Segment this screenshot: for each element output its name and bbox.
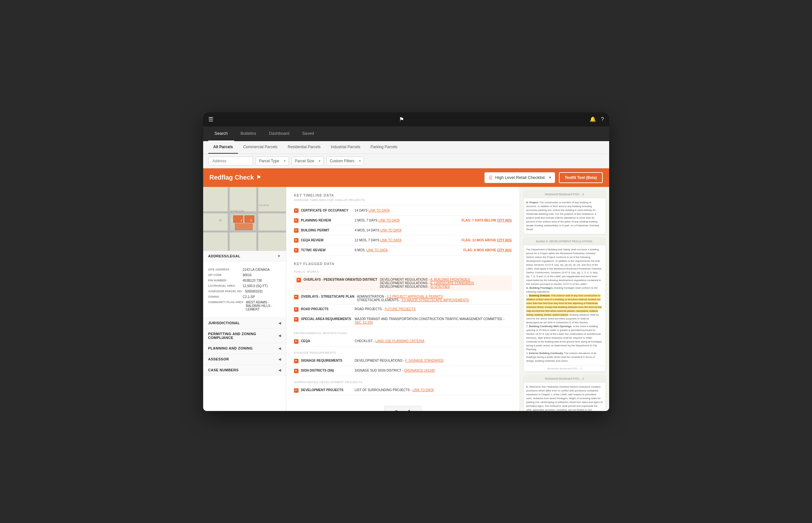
parcel-type-wrap: Parcel Type [256,157,289,165]
ceqa-city-link[interactable]: CITY AVG [497,238,512,242]
timeline-data-tctmc: 8 MOS, LINK TO DATA [355,248,461,252]
link-ordinance[interactable]: ORDINANCE 181340 [404,369,435,372]
checklist-dropdown[interactable]: ☰ High Level Retail Checklist [484,172,555,183]
link-surrounding-data[interactable]: LINK TO DATA [412,388,434,392]
link-building-frontages[interactable]: A. BUILDING FRONTAGES [430,278,470,281]
map-area: C2-2D-S 1 2 3 60 M B 65-91/95 [203,187,286,251]
link-land-use-planning[interactable]: LAND USE PLANNING CRITERIA [375,339,424,343]
flagged-section: PUBLIC WORKS ⚑ OVERLAYS - PEDESTRIAN ORI… [294,270,512,396]
timeline-row-cert: ⚑ CERTIFICATE OF OCCUPANCY 14 DAYS LINK … [294,206,512,216]
planning-city-link[interactable]: CITY AVG [497,219,512,222]
address-section-title: ADDRESS/LEGAL [208,254,241,258]
planning-link[interactable]: LINK TO DATA [379,219,400,222]
redflag-right: ☰ High Level Retail Checklist Testfit To… [484,172,603,183]
parcel-size-select[interactable]: Parcel Size [292,157,324,165]
planning-title: PLANNING AND ZONING [208,346,253,350]
bell-icon[interactable]: 🔔 [590,116,596,122]
info-row-zoning: ZONING C2-1-SP [208,295,281,299]
cert-link[interactable]: LINK TO DATA [369,209,390,212]
svg-text:3: 3 [250,219,252,221]
flagged-row-signage: ⚑ SIGNAGE REQUIREMENTS DEVELOPMENT REGUL… [294,356,512,366]
flag-sq-overlays-ped: ⚑ [297,278,301,282]
title-bar-right: 🔔 ? [590,116,604,122]
flagged-data-dev-projects: LIST OF SURROUNDING PROJECTS - LINK TO D… [355,388,512,392]
flagged-row-special-area: ⚑ SPECIAL AREA REQUIREMENTS MAJOR TRANSI… [294,314,512,327]
info-label-zip: ZIP CODE [208,273,240,276]
info-label-lot: LOT/PARCEL AREA [208,284,240,287]
testfit-button[interactable]: Testfit Tool (Beta) [559,172,603,183]
sub-tab-parking-parcels[interactable]: Parking Parcels [365,141,403,154]
timeline-data-permit: 4 MOS, 14 DAYS LINK TO DATA [355,229,512,232]
tctmc-link[interactable]: LINK TO DATA [366,248,388,252]
case-numbers-header[interactable]: CASE NUMBERS ◀ [203,365,286,376]
flag-sq-signage: ⚑ [294,359,298,363]
flag-sq-tctmc: ⚑ [294,248,298,253]
link-future-projects[interactable]: FUTURE PROJECTS [385,307,416,311]
svg-rect-7 [244,215,254,222]
planning-header[interactable]: PLANNING AND ZONING ◀ [203,343,286,354]
flag-sq-dev-projects: ⚑ [294,388,298,393]
doc-card-2-content: The Department of Building and Safety sh… [524,245,605,365]
flagged-row-ceqa-env: ⚑ CEQA CHECKLIST - LAND USE PLANNING CRI… [294,337,512,347]
info-value-community: WEST ADAMS - BALDWIN HILLS - LEIMERT [246,301,281,311]
link-project-approval[interactable]: 3.2 PROJECT APPROVAL & PERMITS [387,295,443,298]
custom-filters-wrap: Custom Filters [326,157,364,165]
save-button[interactable]: Save ⬇ [384,406,421,411]
filter-bar: Parcel Type Parcel Size Custom Filters [203,154,609,168]
nav-tab-saved[interactable]: Saved [296,126,320,141]
timeline-row-ceqa: ⚑ CEQA REVIEW 12 MOS, 7 DAYS LINK TO DAT… [294,236,512,246]
flag-sq-cert: ⚑ [294,209,298,213]
help-icon[interactable]: ? [601,116,604,122]
custom-filters-select[interactable]: Custom Filters [326,157,364,165]
nav-tab-bulletins[interactable]: Bulletins [234,126,263,141]
flagged-name-streetscape: OVERLAYS - STREETSCAPE PLAN [301,295,354,298]
link-sec-62250[interactable]: SEC. 62.250 [355,321,373,324]
flag-sq-sign-districts: ⚑ [294,369,298,373]
info-row-community: COMMUNITY PLAN AREA WEST ADAMS - BALDWIN… [208,301,281,311]
sub-tab-residential-parcels[interactable]: Residential Parcels [282,141,326,154]
ceqa-link[interactable]: LINK TO DATA [380,238,402,242]
sub-tab-all-parcels[interactable]: All Parcels [208,141,238,154]
address-input[interactable] [208,157,253,165]
doc-card-3-content: C. Whenever this Pedestrian Oriented Dis… [524,382,605,411]
nav-tab-dashboard[interactable]: Dashboard [263,126,296,141]
svg-text:60: 60 [219,219,221,221]
doc-card-2: Section 5. DEVELOPMENT REGULATIONS. The … [524,238,605,371]
assessor-header[interactable]: ASSESSOR ◀ [203,354,286,365]
center-content: KEY TIMELINE DATA AVERAGE TIMELINES FOR … [287,187,520,411]
hamburger-icon[interactable]: ☰ [208,116,214,123]
doc-card-1: Westwood Boulevard POD... 4 D. Project. … [524,191,605,234]
svg-text:C2-2D-S: C2-2D-S [259,203,269,206]
link-landscape-standards[interactable]: E. LANDSCAPE STANDARDS [430,281,474,285]
info-value-lot: 12,500.0 (SQ FT) [243,284,281,288]
timeline-row-permit: ⚑ BUILDING PERMIT 4 MOS, 14 DAYS LINK TO… [294,226,512,236]
save-label: Save [395,409,404,411]
address-info-grid: SITE ADDRESS 2143 LA CIENAGA ZIP CODE 90… [208,265,281,314]
address-section-header[interactable]: ADDRESS/LEGAL ▼ [203,251,286,262]
right-panel: Westwood Boulevard POD... 4 D. Project. … [520,187,609,411]
doc-card-1-content: D. Project. The construction or erection… [524,198,605,234]
sub-tab-commercial-parcels[interactable]: Commercial Parcels [238,141,282,154]
tctmc-city-link[interactable]: CITY AVG [497,248,512,252]
link-streetscape-improvements[interactable]: 3.0 MAJOR STREETSCAPE IMPROVEMENTS [401,298,469,302]
checklist-label: High Level Retail Checklist [495,175,545,180]
info-label-apn: ASSESSOR PARCEL NO. [208,290,242,293]
parcel-size-wrap: Parcel Size [292,157,324,165]
sub-tab-industrial-parcels[interactable]: Industrial Parcels [326,141,365,154]
flag-sq-ceqa-env: ⚑ [294,339,298,344]
parcel-type-select[interactable]: Parcel Type [256,157,289,165]
link-signage-standards[interactable]: F. SIGNAGE STANDARDS [405,359,444,362]
flagged-data-special-area: MAJOR TRANSIT AND TRANSPORTATION CONSTRU… [355,317,512,324]
permitting-title: PERMITTING AND ZONING COMPLIANCE [208,332,278,340]
timeline-name-planning: PLANNING REVIEW [301,219,352,222]
link-utilities[interactable]: G. UTILITIES [430,285,449,288]
jurisdictional-header[interactable]: JURISDICTIONAL ◀ [203,318,286,329]
redflag-flag-icon: ⚑ [256,175,261,181]
save-icon: ⬇ [407,409,411,411]
nav-tab-search[interactable]: Search [208,126,234,141]
permit-link[interactable]: LINK TO DATA [380,229,402,232]
permitting-header[interactable]: PERMITTING AND ZONING COMPLIANCE ◀ [203,329,286,343]
app-window: ☰ ⚑ 🔔 ? Search Bulletins Dashboard Saved… [203,112,609,411]
info-value-apn: 5050001031 [245,290,281,293]
flagged-data-overlays-ped: DEVELOPMENT REGULATIONS - A. BUILDING FR… [380,278,509,288]
